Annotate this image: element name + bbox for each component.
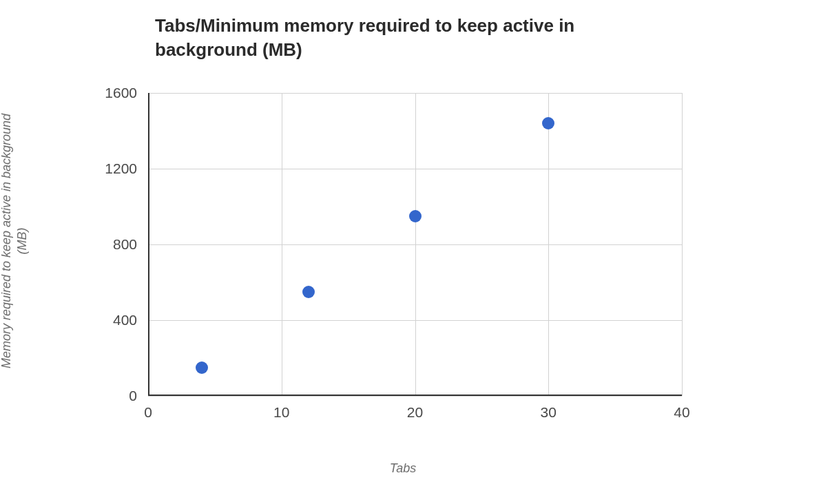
x-axis-label: Tabs	[390, 461, 416, 476]
y-tick-label: 1200	[82, 160, 137, 177]
gridline-h	[148, 396, 682, 397]
data-point	[196, 361, 208, 374]
x-tick-label: 30	[541, 404, 557, 421]
gridline-v	[548, 93, 549, 396]
x-axis-line	[148, 395, 682, 396]
x-tick-label: 40	[674, 404, 689, 421]
y-tick-label: 1600	[82, 85, 137, 101]
plot-area: 040080012001600010203040	[148, 93, 682, 396]
y-tick-label: 0	[82, 388, 137, 404]
gridline-v	[682, 93, 683, 396]
y-axis-line	[148, 93, 149, 396]
x-tick-label: 0	[144, 404, 152, 421]
y-tick-label: 400	[82, 312, 137, 328]
gridline-v	[415, 93, 416, 396]
y-axis-label: Memory required to keep active in backgr…	[0, 103, 30, 379]
data-point	[409, 210, 422, 222]
chart-container: Tabs/Minimum memory required to keep act…	[0, 0, 821, 504]
gridline-v	[282, 93, 282, 396]
chart-title: Tabs/Minimum memory required to keep act…	[155, 14, 637, 62]
x-tick-label: 20	[407, 404, 423, 421]
data-point	[302, 286, 315, 298]
data-point	[542, 117, 554, 129]
y-tick-label: 800	[82, 236, 137, 253]
x-tick-label: 10	[273, 404, 289, 421]
